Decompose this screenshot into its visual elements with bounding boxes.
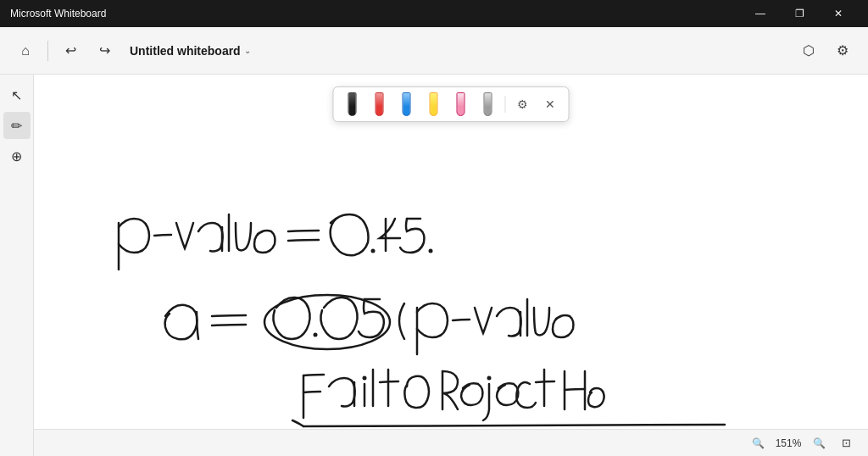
pen-toolbar-separator [505,96,506,113]
blue-pen-button[interactable] [395,91,419,118]
pen-tool[interactable]: ✏ [3,112,31,139]
svg-point-3 [314,333,318,337]
titlebar-controls: — ❐ ✕ [741,0,858,27]
redo-button[interactable]: ↪ [89,36,120,66]
board-title: Untitled whiteboard [130,44,241,58]
zoom-level: 151% [773,437,804,449]
home-button[interactable]: ⌂ [10,36,41,66]
board-title-area[interactable]: Untitled whiteboard ⌄ [130,44,251,58]
zoom-in-button[interactable]: 🔍 [807,431,831,455]
toolbar-separator [47,41,48,61]
sidebar: ↖ ✏ ⊕ [0,75,34,456]
pen-settings-button[interactable]: ⚙ [511,92,535,116]
red-pen-button[interactable] [368,91,392,118]
pen-close-button[interactable]: ✕ [538,92,562,116]
gray-pen-button[interactable] [476,91,500,118]
settings-button[interactable]: ⚙ [827,36,858,66]
whiteboard-svg [34,75,868,429]
close-button[interactable]: ✕ [819,0,858,27]
add-tool[interactable]: ⊕ [3,142,31,170]
svg-point-1 [429,249,433,253]
undo-button[interactable]: ↩ [55,36,86,66]
fit-to-screen-button[interactable]: ⊡ [834,431,858,455]
svg-point-0 [371,249,376,253]
share-button[interactable]: ⬡ [793,36,824,66]
pen-toolbar: ⚙ ✕ [333,86,570,122]
pink-pen-button[interactable] [449,91,473,118]
statusbar: 🔍 151% 🔍 ⊡ [0,429,868,456]
restore-button[interactable]: ❐ [780,0,819,27]
svg-point-4 [363,376,367,381]
chevron-down-icon: ⌄ [244,46,251,55]
toolbar: ⌂ ↩ ↪ Untitled whiteboard ⌄ ⬡ ⚙ [0,27,868,75]
whiteboard-canvas[interactable]: ⚙ ✕ [34,75,868,429]
black-pen-button[interactable] [341,91,364,118]
select-tool[interactable]: ↖ [3,81,31,108]
titlebar-left: Microsoft Whiteboard [10,8,106,19]
minimize-button[interactable]: — [741,0,780,27]
yellow-pen-button[interactable] [422,91,446,118]
titlebar-app-name: Microsoft Whiteboard [10,8,106,19]
titlebar: Microsoft Whiteboard — ❐ ✕ [0,0,868,27]
toolbar-right: ⬡ ⚙ [793,36,858,66]
zoom-out-button[interactable]: 🔍 [746,431,770,455]
svg-point-5 [487,376,492,381]
